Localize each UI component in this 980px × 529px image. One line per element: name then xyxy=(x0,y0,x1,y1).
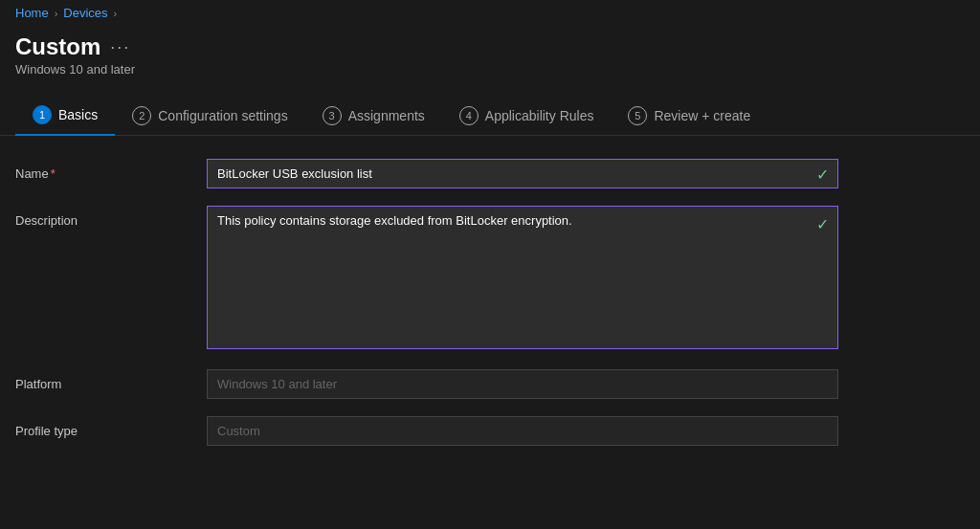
chevron-icon-1: › xyxy=(55,8,58,19)
tab-review-label: Review + create xyxy=(654,108,750,123)
tab-assignments-label: Assignments xyxy=(348,108,425,123)
tabs-bar: 1 Basics 2 Configuration settings 3 Assi… xyxy=(0,96,980,136)
step-circle-1: 1 xyxy=(33,105,52,124)
name-label: Name* xyxy=(15,159,207,181)
tab-assignments[interactable]: 3 Assignments xyxy=(305,97,442,135)
more-options-icon[interactable]: ··· xyxy=(110,37,130,57)
profile-type-input-wrapper xyxy=(207,416,838,446)
platform-row: Platform xyxy=(15,369,965,399)
page-title: Custom xyxy=(15,33,100,60)
name-input-wrapper: ✓ xyxy=(207,159,838,188)
breadcrumb-devices[interactable]: Devices xyxy=(63,6,107,20)
description-textarea[interactable]: This policy contains storage excluded fr… xyxy=(207,206,838,349)
profile-type-row: Profile type xyxy=(15,416,965,446)
description-input-wrapper: This policy contains storage excluded fr… xyxy=(207,206,838,352)
tab-configuration-settings[interactable]: 2 Configuration settings xyxy=(115,97,304,135)
description-row: Description This policy contains storage… xyxy=(15,206,965,352)
name-check-icon: ✓ xyxy=(816,165,829,183)
platform-input xyxy=(207,369,838,399)
tab-configuration-label: Configuration settings xyxy=(158,108,287,123)
platform-label: Platform xyxy=(15,369,207,391)
profile-type-input xyxy=(207,416,838,446)
page-subtitle: Windows 10 and later xyxy=(15,62,965,77)
step-circle-5: 5 xyxy=(628,106,647,125)
step-circle-2: 2 xyxy=(132,106,151,125)
tab-basics[interactable]: 1 Basics xyxy=(15,96,115,136)
breadcrumb-home[interactable]: Home xyxy=(15,6,49,20)
form-container: Name* ✓ Description This policy contains… xyxy=(0,136,980,486)
profile-type-label: Profile type xyxy=(15,416,207,438)
tab-review-create[interactable]: 5 Review + create xyxy=(611,97,768,135)
step-circle-4: 4 xyxy=(459,106,479,125)
step-circle-3: 3 xyxy=(323,106,342,125)
platform-input-wrapper xyxy=(207,369,838,399)
page-header: Custom ··· Windows 10 and later xyxy=(0,26,980,86)
breadcrumb: Home › Devices › xyxy=(0,0,980,26)
chevron-icon-2: › xyxy=(114,8,118,19)
description-check-icon: ✓ xyxy=(816,215,829,233)
description-label: Description xyxy=(15,206,207,228)
tab-applicability-label: Applicability Rules xyxy=(485,108,594,123)
tab-applicability-rules[interactable]: 4 Applicability Rules xyxy=(442,97,612,135)
name-input[interactable] xyxy=(207,159,838,188)
tab-basics-label: Basics xyxy=(58,107,98,122)
required-indicator: * xyxy=(51,166,56,181)
name-row: Name* ✓ xyxy=(15,159,965,188)
